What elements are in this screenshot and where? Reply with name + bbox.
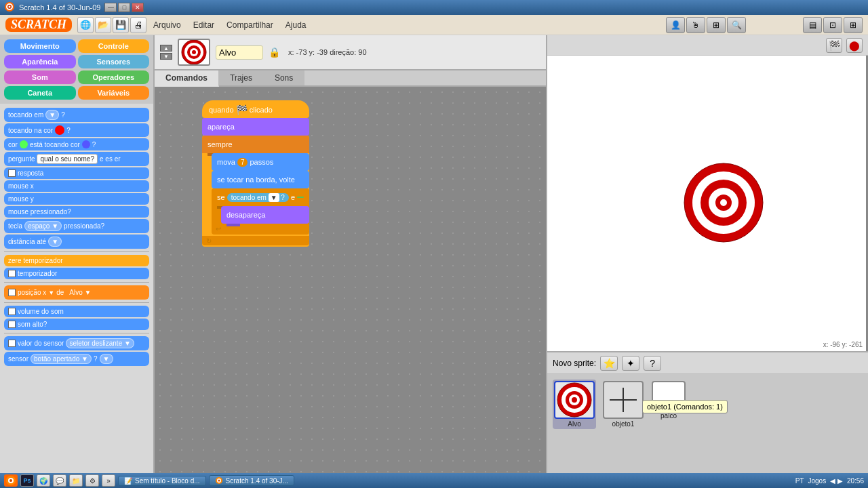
script-area[interactable]: quando 🏁 clicado apareça sempre mova 7 p… <box>155 87 546 473</box>
cat-sensores[interactable]: Sensores <box>78 55 150 68</box>
block-desapareca[interactable]: desapareça <box>221 206 309 224</box>
sprite-next[interactable]: ▼ <box>160 53 172 60</box>
titlebar-icon <box>4 1 15 14</box>
block-when-flag[interactable]: quando 🏁 clicado <box>202 100 309 118</box>
menu-ajuda[interactable]: Ajuda <box>280 18 312 32</box>
sprite-item-alvo[interactable]: Alvo <box>553 380 596 429</box>
sprite-nav: ▲ ▼ <box>160 45 172 60</box>
taskbar-scratch-icon[interactable] <box>4 474 18 487</box>
block-inner: mova 7 passos se tocar na borda, volte s… <box>202 153 309 235</box>
block-valor-sensor[interactable]: valor do sensor seletor deslizante ▼ <box>4 336 149 350</box>
mova-num[interactable]: 7 <box>237 158 248 167</box>
block-posicao[interactable]: posição x ▼ de Alvo ▼ <box>4 285 149 300</box>
maximize-button[interactable]: □ <box>118 3 130 12</box>
block-tocando-em[interactable]: tocando em ▼ ? <box>4 108 149 122</box>
taskbar-jogos[interactable]: Jogos <box>808 477 827 485</box>
block-sempre[interactable]: sempre <box>202 136 309 153</box>
block-borda[interactable]: se tocar na borda, volte <box>212 171 309 188</box>
sprite-item-palco[interactable]: palco <box>650 380 687 421</box>
tab-sons[interactable]: Sons <box>264 70 304 85</box>
block-sensor[interactable]: sensor botão apertado ▼ ? ▼ <box>4 352 149 366</box>
taskbar-ps-icon[interactable]: Ps <box>20 474 34 487</box>
zoom-fit-button[interactable]: ⊞ <box>707 17 726 33</box>
menu-arquivo[interactable]: Arquivo <box>148 18 186 32</box>
help-sprite-button[interactable]: ? <box>644 356 661 371</box>
globe-button[interactable]: 🌐 <box>77 17 94 33</box>
view-btn2[interactable]: ⊡ <box>823 17 842 33</box>
left-panel: Movimento Controle Aparência Sensores So… <box>0 35 155 473</box>
view-btn1[interactable]: ▤ <box>803 17 822 33</box>
sprites-list: Alvo objeto1 objeto1 (Comandos: 1) <box>547 374 868 473</box>
tab-comandos[interactable]: Comandos <box>155 70 219 87</box>
titlebar: Scratch 1.4 of 30-Jun-09 — □ ✕ <box>0 0 868 15</box>
palco-label: palco <box>660 412 677 420</box>
taskbar-time: 20:56 <box>847 477 864 485</box>
view-btn3[interactable]: ⊞ <box>844 17 863 33</box>
stop-button[interactable]: ⬤ <box>846 38 863 53</box>
menu-editar[interactable]: Editar <box>188 18 220 32</box>
taskbar-icon3[interactable]: 📁 <box>69 474 83 487</box>
print-button[interactable]: 🖨 <box>130 17 146 33</box>
sprite-item-objeto1[interactable]: objeto1 objeto1 (Comandos: 1) <box>601 380 645 429</box>
taskbar-icon1[interactable]: 🌍 <box>37 474 50 487</box>
open-folder-button[interactable]: 📂 <box>95 17 111 33</box>
green-flag-button[interactable]: 🏁 <box>826 38 842 53</box>
paint-sprite-button[interactable]: ⭐ <box>600 356 618 371</box>
block-se-container: se tocando em ▼ ? e desapareça ↩ <box>212 188 309 235</box>
taskbar-icon4[interactable]: ⚙ <box>85 474 99 487</box>
block-distancia[interactable]: distância até ▼ <box>4 235 149 249</box>
block-mova[interactable]: mova 7 passos <box>212 153 309 171</box>
cursor-button[interactable]: 🖱 <box>686 17 705 33</box>
block-som-alto[interactable]: som alto? <box>4 319 149 330</box>
sprite-prev[interactable]: ▲ <box>160 45 172 52</box>
new-sprite-label: Novo sprite: <box>553 359 596 368</box>
zoom-button[interactable]: 🔍 <box>727 17 746 33</box>
save-button[interactable]: 💾 <box>113 17 129 33</box>
right-panel: 🏁 ⬤ x: -96 y: -261 N <box>546 35 868 473</box>
block-tecla[interactable]: tecla espaço ▼ pressionada? <box>4 219 149 233</box>
block-temporizador[interactable]: temporizador <box>4 268 149 279</box>
person-button[interactable]: 👤 <box>666 17 685 33</box>
block-apareca[interactable]: apareça <box>202 118 309 136</box>
sprite-thumb-alvo <box>554 381 595 419</box>
cat-caneta[interactable]: Caneta <box>4 86 76 100</box>
se-cap-arrow: ↩ <box>216 225 221 232</box>
taskbar-language: PT <box>795 477 804 485</box>
taskbar-arrows[interactable]: ◀ ▶ <box>830 477 843 485</box>
svg-point-24 <box>9 479 12 482</box>
taskbar-app1[interactable]: 📝 Sem título - Bloco d... <box>118 476 206 486</box>
sempre-arrow: ↻ <box>206 237 212 245</box>
block-volume-som[interactable]: volume do som <box>4 306 149 317</box>
taskbar-right: PT Jogos ◀ ▶ 20:56 <box>795 477 864 485</box>
block-cor-tocando[interactable]: cor está tocando cor ? <box>4 138 149 150</box>
block-zere-temp[interactable]: zere temporizador <box>4 255 149 266</box>
add-sprite-button[interactable]: ✦ <box>622 356 639 371</box>
close-button[interactable]: ✕ <box>132 3 144 12</box>
cat-variaveis[interactable]: Variáveis <box>78 86 150 100</box>
blocks-scroll: tocando em ▼ ? tocando na cor ? cor está… <box>0 104 153 473</box>
block-mouse-pressionado[interactable]: mouse pressionado? <box>4 206 149 218</box>
menu-compartilhar[interactable]: Compartilhar <box>221 18 279 32</box>
block-se[interactable]: se tocando em ▼ ? e <box>212 188 309 206</box>
cat-controle[interactable]: Controle <box>78 39 150 53</box>
block-resposta[interactable]: resposta <box>4 167 149 179</box>
block-tocando-cor[interactable]: tocando na cor ? <box>4 123 149 137</box>
scratch-logo: SCRATCH <box>5 18 72 32</box>
sprite-lock-icon[interactable]: 🔒 <box>269 47 280 58</box>
block-pergunte[interactable]: pergunte qual o seu nome? e es er <box>4 152 149 166</box>
stage-thumb <box>652 381 686 411</box>
cat-aparencia[interactable]: Aparência <box>4 55 76 68</box>
menubar: SCRATCH 🌐 📂 💾 🖨 Arquivo Editar Compartil… <box>0 15 868 35</box>
cat-operadores[interactable]: Operadores <box>78 70 150 84</box>
cat-movimento[interactable]: Movimento <box>4 39 76 53</box>
taskbar-more[interactable]: » <box>102 474 115 487</box>
taskbar-app2[interactable]: Scratch 1.4 of 30-J... <box>209 475 294 486</box>
tab-trajes[interactable]: Trajes <box>219 70 264 85</box>
script-tabs: Comandos Trajes Sons <box>155 70 546 87</box>
cat-som[interactable]: Som <box>4 70 76 84</box>
block-mouse-y[interactable]: mouse y <box>4 193 149 205</box>
block-mouse-x[interactable]: mouse x <box>4 180 149 192</box>
minimize-button[interactable]: — <box>104 3 117 12</box>
taskbar-icon2[interactable]: 💬 <box>53 474 66 487</box>
sprite-name-input[interactable] <box>216 45 263 60</box>
